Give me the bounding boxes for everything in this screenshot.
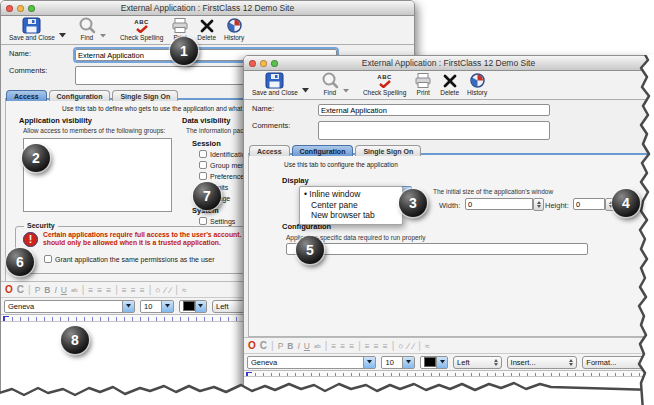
check-spelling-button[interactable]: ABC Check Spelling (116, 17, 167, 41)
list-icon[interactable]: ≡ (106, 285, 111, 295)
redo-icon[interactable]: C (17, 284, 24, 295)
callout-badge-6: 6 (6, 248, 34, 276)
font-size-combo[interactable]: 10 (140, 300, 174, 313)
chevron-down-icon[interactable] (161, 301, 173, 312)
abbreviation-button[interactable]: ab (314, 343, 321, 349)
checkbox[interactable] (44, 255, 52, 263)
font-color-combo[interactable] (179, 300, 207, 313)
align-left-icon[interactable]: ≡ (122, 285, 127, 295)
link-icon[interactable]: ≈ (182, 285, 187, 295)
indent-left-icon[interactable]: ≡ (331, 341, 336, 351)
insert-popup[interactable]: Insert... (507, 356, 578, 369)
tab-configuration[interactable]: Configuration (49, 90, 111, 101)
abbreviation-button[interactable]: ab (71, 287, 78, 293)
width-stepper[interactable] (533, 198, 544, 211)
checkbox[interactable] (199, 150, 207, 158)
align-right-icon[interactable]: ≡ (383, 341, 388, 351)
front-titlebar[interactable]: External Application : FirstClass 12 Dem… (244, 56, 653, 71)
checkbox[interactable] (199, 161, 207, 169)
checkbox[interactable] (199, 172, 207, 180)
underline-button[interactable]: U (61, 285, 67, 295)
align-right-icon[interactable]: ≡ (140, 285, 145, 295)
italic-button[interactable]: I (297, 341, 299, 351)
grant-permissions-checkbox[interactable]: Grant application the same permissions a… (44, 255, 215, 263)
tab-configuration[interactable]: Configuration (292, 145, 354, 156)
find-dropdown-caret[interactable] (343, 79, 349, 97)
pen-icon[interactable]: ∕ (407, 341, 408, 351)
tab-access[interactable]: Access (249, 145, 290, 156)
chevron-down-icon[interactable] (436, 357, 447, 368)
delete-button[interactable]: Delete (436, 72, 463, 96)
configuration-input[interactable] (286, 243, 588, 255)
undo-icon[interactable]: O (248, 340, 256, 351)
front-edit-area[interactable] (244, 376, 653, 401)
indent-right-icon[interactable]: ≡ (340, 341, 345, 351)
comments-input[interactable] (318, 121, 550, 140)
save-and-close-button[interactable]: Save and Close (5, 17, 59, 41)
font-combo[interactable]: Geneva (4, 300, 135, 313)
height-field-group (573, 198, 616, 211)
save-dropdown-caret[interactable] (302, 79, 309, 97)
indent-right-icon[interactable]: ≡ (97, 285, 102, 295)
align-left-icon[interactable]: ≡ (365, 341, 370, 351)
checkbox-identification[interactable]: Identification (199, 150, 249, 158)
bold-button[interactable]: B (44, 285, 50, 295)
link-icon[interactable]: ≈ (425, 341, 430, 351)
find-dropdown-caret[interactable] (100, 24, 106, 42)
pencil-icon[interactable]: ∕ (170, 285, 171, 295)
undo-icon[interactable]: O (5, 284, 13, 295)
name-input[interactable] (318, 104, 550, 116)
plain-button[interactable]: P (278, 341, 284, 351)
font-size-combo[interactable]: 10 (381, 356, 415, 369)
divider: | (418, 340, 421, 351)
pen-icon[interactable]: ∕ (164, 285, 165, 295)
session-title: Session (192, 139, 221, 148)
tab-access[interactable]: Access (6, 90, 47, 101)
find-button[interactable]: Find (74, 17, 100, 41)
chevron-down-icon[interactable] (122, 301, 134, 312)
width-input[interactable] (465, 198, 533, 210)
popup-item-inline-window[interactable]: • Inline window (304, 189, 396, 200)
redo-icon[interactable]: C (260, 340, 267, 351)
bold-button[interactable]: B (287, 341, 293, 351)
callout-badge-3: 3 (399, 189, 427, 217)
plain-button[interactable]: P (35, 285, 41, 295)
font-color-combo[interactable] (420, 356, 448, 369)
print-button[interactable]: Print (410, 72, 436, 96)
shape-circle-icon[interactable]: ○ (155, 285, 160, 295)
format-popup[interactable]: Format... (582, 356, 653, 369)
shape-circle-icon[interactable]: ○ (398, 341, 403, 351)
chevron-down-icon[interactable] (402, 357, 414, 368)
delete-x-icon (200, 17, 214, 34)
chevron-down-icon[interactable] (195, 301, 206, 312)
pencil-icon[interactable]: ∕ (413, 341, 414, 351)
indent-left-icon[interactable]: ≡ (88, 285, 93, 295)
save-and-close-button[interactable]: Save and Close (248, 72, 302, 96)
tab-single-sign-on[interactable]: Single Sign On (112, 90, 178, 101)
underline-button[interactable]: U (304, 341, 310, 351)
check-spelling-button[interactable]: ABC Check Spelling (359, 72, 410, 96)
checkbox[interactable] (199, 217, 207, 225)
chevron-down-icon[interactable] (363, 357, 375, 368)
align-popup[interactable]: Left (453, 356, 502, 369)
history-button[interactable]: History (463, 72, 491, 96)
find-button[interactable]: Find (317, 72, 343, 96)
popup-item-new-browser-tab[interactable]: New browser tab (304, 210, 396, 221)
delete-button[interactable]: Delete (193, 17, 220, 41)
checkbox-preferences[interactable]: Preferences (199, 172, 248, 180)
popup-item-center-pane[interactable]: Center pane (304, 200, 396, 211)
history-button[interactable]: History (220, 17, 248, 41)
callout-badge-2: 2 (22, 144, 50, 172)
height-input[interactable] (573, 198, 605, 210)
back-titlebar[interactable]: External Application : FirstClass 12 Dem… (1, 1, 414, 16)
font-combo[interactable]: Geneva (247, 356, 376, 369)
list-icon[interactable]: ≡ (349, 341, 354, 351)
checkbox-settings[interactable]: Settings (199, 217, 235, 225)
align-center-icon[interactable]: ≡ (374, 341, 379, 351)
align-center-icon[interactable]: ≡ (131, 285, 136, 295)
divider: | (392, 340, 395, 351)
window-title: External Application : FirstClass 12 Dem… (1, 3, 414, 13)
tab-single-sign-on[interactable]: Single Sign On (355, 145, 421, 156)
italic-button[interactable]: I (54, 285, 56, 295)
save-dropdown-caret[interactable] (59, 24, 66, 42)
